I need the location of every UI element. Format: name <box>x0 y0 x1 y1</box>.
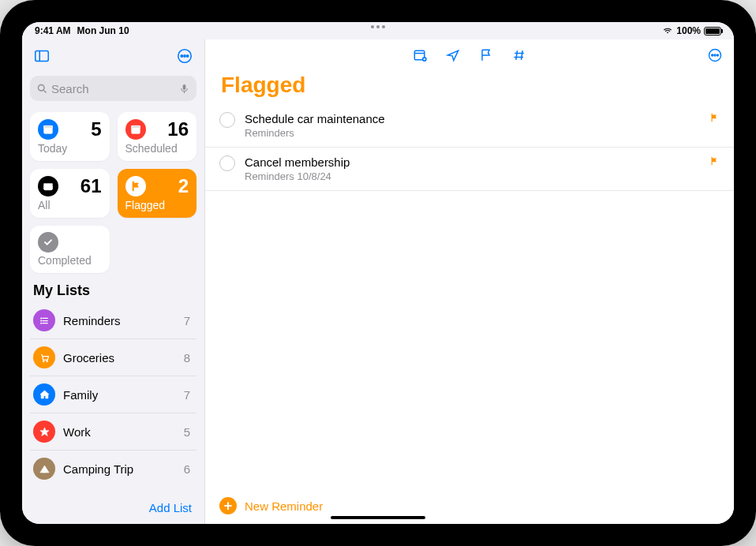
svg-point-15 <box>40 322 42 323</box>
smart-card-all[interactable]: 61 All <box>30 169 110 218</box>
sidebar-item-family[interactable]: Family 7 <box>30 376 196 413</box>
star-icon <box>33 421 55 443</box>
tent-icon <box>33 458 55 480</box>
flag-icon <box>709 155 720 170</box>
cart-icon <box>33 346 55 368</box>
list-count: 6 <box>184 462 193 476</box>
search-icon <box>36 83 48 95</box>
battery-icon <box>704 27 721 36</box>
svg-line-23 <box>516 50 518 60</box>
status-time: 9:41 AM <box>35 25 71 36</box>
new-reminder-button[interactable]: New Reminder <box>245 499 323 513</box>
svg-rect-8 <box>183 84 186 89</box>
check-icon <box>38 232 58 252</box>
svg-line-24 <box>522 50 523 60</box>
svg-point-13 <box>40 317 42 319</box>
smart-card-completed[interactable]: Completed <box>30 226 110 273</box>
my-lists-header: My Lists <box>22 281 204 302</box>
flag-icon <box>709 112 720 126</box>
tray-icon <box>38 176 58 196</box>
flag-icon <box>125 176 146 196</box>
list-name: Work <box>63 425 184 439</box>
mic-icon[interactable] <box>178 83 190 95</box>
list-name: Camping Trip <box>63 462 184 476</box>
list-icon <box>33 309 55 331</box>
sidebar-item-reminders[interactable]: Reminders 7 <box>30 302 196 339</box>
search-input[interactable]: Search <box>30 76 196 101</box>
list-count: 5 <box>184 425 193 439</box>
main-more-button[interactable] <box>705 46 724 65</box>
svg-point-14 <box>40 320 42 321</box>
svg-point-3 <box>181 55 182 57</box>
svg-point-17 <box>46 360 47 361</box>
toggle-sidebar-button[interactable] <box>32 46 52 66</box>
smart-card-flagged[interactable]: 2 Flagged <box>118 169 197 218</box>
reminder-subtitle: Reminders <box>245 127 709 139</box>
page-title: Flagged <box>205 71 734 104</box>
svg-point-30 <box>717 54 718 56</box>
status-battery-pct: 100% <box>676 25 701 36</box>
sidebar-more-button[interactable] <box>174 46 195 66</box>
sidebar: Search 5 Today 16 Scheduled 61 All 2 Fla… <box>22 39 205 524</box>
smart-card-scheduled[interactable]: 16 Scheduled <box>118 112 197 161</box>
sidebar-item-work[interactable]: Work 5 <box>30 413 196 451</box>
calendar-picker-button[interactable] <box>410 46 429 65</box>
reminder-row[interactable]: Cancel membership Reminders 10/8/24 <box>205 148 734 191</box>
wifi-icon <box>662 24 673 38</box>
search-placeholder: Search <box>48 82 178 95</box>
flag-button[interactable] <box>477 46 496 65</box>
list-name: Reminders <box>63 314 184 327</box>
tags-button[interactable] <box>510 46 529 65</box>
complete-toggle[interactable] <box>219 155 235 171</box>
reminder-title: Schedule car maintenance <box>245 112 709 125</box>
list-name: Groceries <box>63 351 184 365</box>
smart-card-label: Scheduled <box>125 142 189 155</box>
smart-card-count: 2 <box>178 175 189 197</box>
complete-toggle[interactable] <box>219 112 235 128</box>
new-reminder-icon[interactable]: + <box>219 497 237 514</box>
home-indicator[interactable] <box>331 516 425 519</box>
smart-card-count: 5 <box>91 118 101 140</box>
calendar-icon <box>38 119 58 140</box>
svg-rect-10 <box>44 125 53 128</box>
svg-point-6 <box>39 84 45 91</box>
svg-rect-12 <box>131 125 140 128</box>
house-icon <box>33 383 55 406</box>
smart-card-label: Flagged <box>125 199 189 211</box>
svg-point-5 <box>187 55 189 57</box>
list-count: 7 <box>184 388 193 402</box>
add-list-button[interactable]: Add List <box>149 501 192 514</box>
multitask-dots[interactable] <box>371 25 385 28</box>
list-count: 8 <box>184 351 193 365</box>
smart-card-count: 16 <box>167 118 189 140</box>
svg-point-16 <box>43 360 44 361</box>
reminder-subtitle: Reminders 10/8/24 <box>245 170 709 182</box>
svg-line-7 <box>43 90 46 92</box>
reminder-title: Cancel membership <box>245 155 709 169</box>
svg-point-4 <box>184 55 185 57</box>
list-name: Family <box>63 388 184 402</box>
calendar-icon <box>125 119 146 140</box>
reminder-row[interactable]: Schedule car maintenance Reminders <box>205 104 734 148</box>
svg-point-28 <box>712 54 713 56</box>
status-date: Mon Jun 10 <box>77 25 129 36</box>
list-count: 7 <box>184 314 193 327</box>
smart-card-label: Today <box>38 142 102 155</box>
sidebar-item-camping-trip[interactable]: Camping Trip 6 <box>30 451 196 487</box>
smart-card-count: 61 <box>80 175 102 197</box>
sidebar-item-groceries[interactable]: Groceries 8 <box>30 339 196 376</box>
main-panel: Flagged Schedule car maintenance Reminde… <box>205 39 734 524</box>
svg-rect-0 <box>36 51 49 62</box>
smart-card-today[interactable]: 5 Today <box>30 112 110 161</box>
svg-point-29 <box>714 54 716 56</box>
location-button[interactable] <box>443 46 462 65</box>
smart-card-label: Completed <box>38 254 102 267</box>
smart-card-label: All <box>38 199 102 211</box>
